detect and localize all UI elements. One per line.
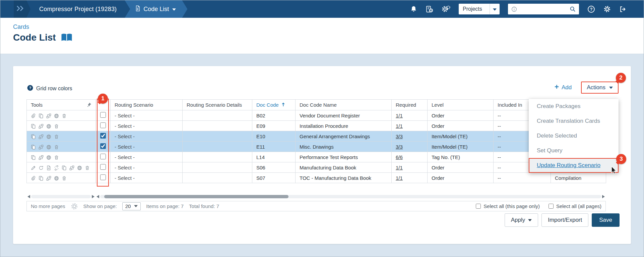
edit-icon[interactable]: [31, 165, 36, 170]
trash-icon[interactable]: [62, 113, 67, 118]
scrollbar-track[interactable]: [31, 195, 91, 198]
global-search: [508, 4, 579, 14]
row-checkbox[interactable]: [100, 164, 106, 170]
page-size-select[interactable]: 20: [122, 202, 141, 210]
menu-item-delete-selected[interactable]: Delete Selected: [529, 128, 619, 143]
file-icon[interactable]: [46, 165, 51, 170]
select-all-pages-checkbox[interactable]: [549, 204, 554, 209]
apply-button[interactable]: Apply: [505, 213, 538, 227]
globe-icon[interactable]: [46, 134, 51, 139]
help-circle-icon[interactable]: ?: [27, 85, 33, 92]
projects-select[interactable]: Projects: [459, 4, 500, 14]
globe-icon[interactable]: [46, 145, 51, 150]
globe-icon[interactable]: [54, 176, 59, 181]
required-link[interactable]: 1/1: [396, 165, 403, 170]
row-routing-scenario[interactable]: - Select -: [111, 131, 183, 142]
versions-icon[interactable]: [46, 113, 51, 118]
refresh-icon[interactable]: [39, 165, 44, 170]
versions-icon[interactable]: [39, 145, 44, 150]
import-export-button[interactable]: Import/Export: [541, 213, 588, 227]
unlink-icon[interactable]: [54, 165, 59, 170]
menu-item-create-translation-cards[interactable]: Create Translation Cards: [529, 114, 619, 128]
breadcrumb-project[interactable]: Compressor Project (19283): [39, 6, 117, 13]
svg-text:?: ?: [590, 7, 593, 12]
row-checkbox[interactable]: [100, 112, 106, 118]
column-header-doc-code[interactable]: Doc Code: [252, 100, 296, 110]
column-header-level[interactable]: Level: [428, 100, 494, 110]
settings-icon[interactable]: [603, 5, 611, 13]
actions-button[interactable]: Actions: [581, 82, 619, 94]
menu-item-set-query[interactable]: Set Query: [529, 143, 619, 158]
required-link[interactable]: 1/1: [396, 175, 403, 181]
attach-icon[interactable]: [31, 113, 36, 118]
trash-icon[interactable]: [54, 134, 59, 139]
versions-icon[interactable]: [46, 176, 51, 181]
row-checkbox[interactable]: [100, 133, 106, 139]
row-routing-scenario[interactable]: - Select -: [111, 173, 183, 183]
row-routing-scenario[interactable]: - Select -: [111, 110, 183, 121]
select-all-page-checkbox[interactable]: [476, 204, 481, 209]
scroll-left-icon[interactable]: [95, 195, 100, 198]
trash-icon[interactable]: [54, 124, 59, 129]
add-button[interactable]: Add: [554, 84, 572, 91]
column-header-routing-scenario[interactable]: Routing Scenario: [111, 100, 183, 110]
column-header-required[interactable]: Required: [392, 100, 428, 110]
scrollbar-thumb[interactable]: [104, 195, 288, 198]
help-icon[interactable]: ?: [587, 5, 595, 13]
expand-menu-button[interactable]: [14, 0, 30, 18]
globe-icon[interactable]: [54, 113, 59, 118]
column-header-doc-code-name[interactable]: Doc Code Name: [296, 100, 392, 110]
versions-icon[interactable]: [39, 134, 44, 139]
search-input[interactable]: [520, 6, 567, 12]
info-icon[interactable]: [511, 6, 517, 12]
select-all-pages[interactable]: Select all (all pages): [549, 203, 601, 209]
attach-icon[interactable]: [31, 176, 36, 181]
row-routing-scenario[interactable]: - Select -: [111, 121, 183, 131]
services-icon[interactable]: [442, 5, 450, 13]
search-icon[interactable]: [570, 6, 576, 12]
pin-icon[interactable]: [86, 102, 91, 107]
trash-icon[interactable]: [54, 145, 59, 150]
globe-icon[interactable]: [46, 155, 51, 160]
row-routing-scenario[interactable]: - Select -: [111, 142, 183, 152]
required-link[interactable]: 1/1: [396, 123, 403, 129]
menu-item-update-routing-scenario[interactable]: Update Routing Scenario: [529, 158, 619, 173]
required-link[interactable]: 3/3: [396, 144, 403, 150]
copy-icon[interactable]: [39, 176, 44, 181]
scrollbar-track[interactable]: [100, 195, 601, 198]
scroll-left-icon[interactable]: [26, 195, 31, 198]
logout-icon[interactable]: [619, 6, 626, 13]
row-routing-scenario[interactable]: - Select -: [111, 152, 183, 162]
notifications-icon[interactable]: [410, 6, 417, 13]
globe-icon[interactable]: [46, 124, 51, 129]
scroll-right-icon[interactable]: [91, 195, 95, 198]
required-link[interactable]: 6/6: [396, 154, 403, 160]
required-link[interactable]: 3/3: [396, 134, 403, 139]
row-checkbox[interactable]: [100, 122, 106, 128]
breadcrumb-page[interactable]: Code List: [125, 0, 187, 18]
copy-icon[interactable]: [31, 155, 36, 160]
copy-icon[interactable]: [31, 134, 36, 139]
menu-item-create-packages[interactable]: Create Packages: [529, 99, 619, 114]
row-checkbox[interactable]: [100, 154, 106, 159]
recent-documents-icon[interactable]: [426, 6, 433, 13]
select-all-page[interactable]: Select all (this page only): [476, 203, 540, 209]
copy-icon[interactable]: [62, 165, 67, 170]
copy-icon[interactable]: [31, 145, 36, 150]
scroll-right-icon[interactable]: [601, 195, 606, 198]
row-routing-scenario[interactable]: - Select -: [111, 162, 183, 173]
row-checkbox[interactable]: [100, 174, 106, 180]
column-header-routing-scenario-details[interactable]: Routing Scenario Details: [183, 100, 252, 110]
row-checkbox[interactable]: [100, 143, 106, 149]
versions-icon[interactable]: [69, 165, 74, 170]
versions-icon[interactable]: [39, 124, 44, 129]
copy-icon[interactable]: [31, 124, 36, 129]
trash-icon[interactable]: [62, 176, 67, 181]
globe-icon[interactable]: [77, 165, 82, 170]
trash-icon[interactable]: [85, 165, 90, 170]
save-button[interactable]: Save: [592, 213, 620, 227]
versions-icon[interactable]: [39, 155, 44, 160]
copy-icon[interactable]: [39, 113, 44, 118]
trash-icon[interactable]: [54, 155, 59, 160]
required-link[interactable]: 1/1: [396, 113, 403, 118]
